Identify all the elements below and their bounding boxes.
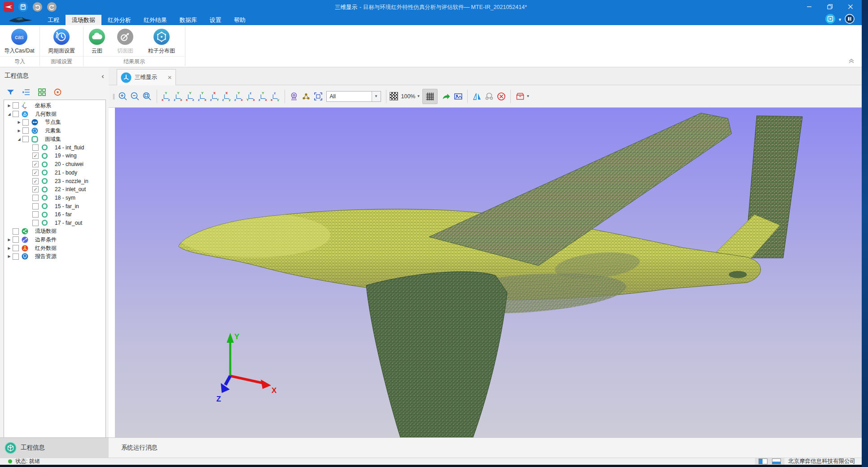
tree-item[interactable]: 15 - far_in bbox=[4, 202, 105, 210]
tree-expand-icon[interactable]: ▶ bbox=[6, 254, 13, 258]
view-back-icon[interactable]: zxY bbox=[172, 90, 184, 102]
viewport-3d[interactable]: Y X Z bbox=[115, 108, 862, 437]
tree-checkbox[interactable]: ✓ bbox=[32, 186, 39, 192]
tree-checkbox[interactable] bbox=[13, 111, 19, 117]
tree-checkbox[interactable] bbox=[22, 136, 29, 142]
menu-item-project[interactable]: 工程 bbox=[41, 15, 66, 25]
tree-checkbox[interactable] bbox=[22, 119, 29, 126]
tree-item[interactable]: ◢面域集 bbox=[4, 135, 105, 144]
combobox-dropdown-icon[interactable]: ▼ bbox=[372, 92, 381, 101]
tree-checkbox[interactable] bbox=[13, 236, 19, 243]
tree-item-label[interactable]: 元素集 bbox=[45, 127, 61, 135]
particle-trace-icon[interactable] bbox=[300, 90, 312, 102]
mesh-grid-toggle[interactable] bbox=[422, 89, 438, 104]
menu-item-flow-data[interactable]: 流场数据 bbox=[66, 15, 101, 25]
filter-icon[interactable] bbox=[5, 87, 15, 97]
tree-checkbox[interactable] bbox=[32, 203, 39, 209]
tree-expand-icon[interactable]: ▶ bbox=[6, 104, 13, 108]
tree-item-label[interactable]: 15 - far_in bbox=[55, 203, 79, 209]
tree-item-label[interactable]: 20 - chuiwei bbox=[55, 161, 83, 167]
tree-item[interactable]: ▶报告资源 bbox=[4, 252, 105, 261]
close-button[interactable] bbox=[840, 0, 861, 13]
tree-item-label[interactable]: 14 - int_fluid bbox=[55, 144, 84, 151]
menu-item-help[interactable]: 帮助 bbox=[228, 15, 252, 25]
panel-collapse-button[interactable]: ‹ bbox=[101, 72, 104, 80]
periodic-surface-button[interactable]: 周期面设置 bbox=[40, 27, 83, 55]
language-button[interactable] bbox=[845, 14, 855, 26]
tree-item[interactable]: ▶边界条件 bbox=[4, 236, 105, 244]
panel-footer-bar[interactable]: 工程信息 bbox=[0, 437, 109, 458]
surface-group-icon[interactable] bbox=[483, 90, 495, 102]
tree-item[interactable]: 流场数据 bbox=[4, 227, 105, 236]
menu-item-ir-analysis[interactable]: 红外分析 bbox=[101, 15, 137, 25]
style-switch-button[interactable] bbox=[825, 14, 835, 26]
tree-item[interactable]: ▶元素集 bbox=[4, 127, 105, 135]
tree-checkbox[interactable] bbox=[13, 102, 19, 109]
layout-bottom-panel-icon[interactable] bbox=[772, 458, 781, 464]
zoom-out-icon[interactable] bbox=[129, 90, 141, 102]
tree-checkbox[interactable] bbox=[32, 144, 39, 151]
tree-item-label[interactable]: 22 - inlet_out bbox=[55, 186, 86, 192]
tree-item-label[interactable]: 17 - far_out bbox=[55, 220, 82, 226]
tab-close-icon[interactable]: ✕ bbox=[167, 74, 172, 81]
tree-expand-icon[interactable]: ▶ bbox=[16, 129, 22, 133]
grid-view-icon[interactable] bbox=[37, 87, 47, 97]
view-iso-1-icon[interactable]: zxY bbox=[233, 90, 245, 102]
locate-target-icon[interactable] bbox=[53, 87, 62, 97]
tree-item[interactable]: ✓23 - nozzle_in bbox=[4, 177, 105, 185]
tree-expand-icon[interactable]: ▶ bbox=[16, 120, 22, 124]
tree-checkbox[interactable]: ✓ bbox=[32, 161, 39, 167]
style-dropdown-caret[interactable]: ▼ bbox=[838, 17, 842, 22]
view-top-icon[interactable]: zYX bbox=[209, 90, 221, 102]
snapshot-image-icon[interactable] bbox=[452, 90, 464, 102]
export-share-icon[interactable] bbox=[440, 90, 452, 102]
import-cas-dat-button[interactable]: cas 导入Cas/Dat bbox=[0, 27, 39, 55]
tree-item-label[interactable]: 18 - sym bbox=[55, 195, 75, 201]
opacity-value[interactable]: 100% bbox=[401, 93, 416, 100]
particle-distribution-button[interactable]: 粒子分布图 bbox=[140, 27, 183, 55]
opacity-checker-icon[interactable] bbox=[390, 92, 398, 100]
tree-checkbox[interactable] bbox=[32, 220, 39, 226]
tree-checkbox[interactable] bbox=[13, 228, 19, 235]
mirror-icon[interactable] bbox=[471, 90, 483, 102]
archive-caret-icon[interactable]: ▼ bbox=[526, 94, 530, 98]
tree-item[interactable]: 18 - sym bbox=[4, 194, 105, 202]
tree-checkbox[interactable]: ✓ bbox=[32, 153, 39, 159]
tree-item[interactable]: ✓20 - chuiwei bbox=[4, 160, 105, 169]
tree-checkbox[interactable]: ✓ bbox=[32, 178, 39, 184]
tree-item[interactable]: 16 - far bbox=[4, 210, 105, 219]
tree-item-label[interactable]: 16 - far bbox=[55, 211, 72, 218]
tree-item[interactable]: ▶节点集 bbox=[4, 118, 105, 127]
view-iso-2-icon[interactable]: Yxz bbox=[245, 90, 257, 102]
display-filter-combobox[interactable]: All ▼ bbox=[326, 91, 381, 102]
tree-expand-icon[interactable]: ▶ bbox=[6, 246, 13, 250]
tree-item-label[interactable]: 报告资源 bbox=[35, 253, 57, 260]
tree-checkbox[interactable]: ✓ bbox=[32, 170, 39, 176]
zoom-fit-icon[interactable] bbox=[141, 90, 153, 102]
tree-checkbox[interactable] bbox=[22, 127, 29, 134]
ribbon-collapse-chevron[interactable] bbox=[848, 57, 855, 65]
view-left-icon[interactable]: xzY bbox=[184, 90, 197, 102]
tree-expand-icon[interactable]: ▶ bbox=[6, 238, 13, 242]
minimize-button[interactable] bbox=[799, 0, 820, 13]
zoom-in-icon[interactable] bbox=[117, 90, 129, 102]
cloud-map-button[interactable]: 云图 bbox=[83, 27, 110, 55]
tree-expand-icon[interactable]: ◢ bbox=[6, 112, 13, 116]
tree-checkbox[interactable] bbox=[13, 245, 19, 251]
opacity-caret-icon[interactable]: ▼ bbox=[416, 94, 420, 98]
tree-item[interactable]: ✓21 - body bbox=[4, 169, 105, 177]
toolbar-drag-handle[interactable]: ∥ bbox=[112, 93, 114, 100]
tree-item-label[interactable]: 19 - wing bbox=[55, 153, 77, 159]
restore-button[interactable] bbox=[820, 0, 840, 13]
archive-box-icon[interactable] bbox=[514, 90, 526, 102]
tree-expand-icon[interactable]: ◢ bbox=[16, 137, 22, 141]
tree-item[interactable]: ▶Yzx坐标系 bbox=[4, 101, 105, 110]
tree-checkbox[interactable] bbox=[13, 253, 19, 260]
tree-item-label[interactable]: 流场数据 bbox=[35, 227, 57, 235]
camera-view-icon[interactable] bbox=[288, 90, 300, 102]
tree-item-label[interactable]: 坐标系 bbox=[35, 102, 51, 109]
clear-scene-icon[interactable] bbox=[495, 90, 507, 102]
tree-checkbox[interactable] bbox=[32, 195, 39, 201]
menu-item-settings[interactable]: 设置 bbox=[203, 15, 228, 25]
section-box-icon[interactable] bbox=[312, 90, 324, 102]
